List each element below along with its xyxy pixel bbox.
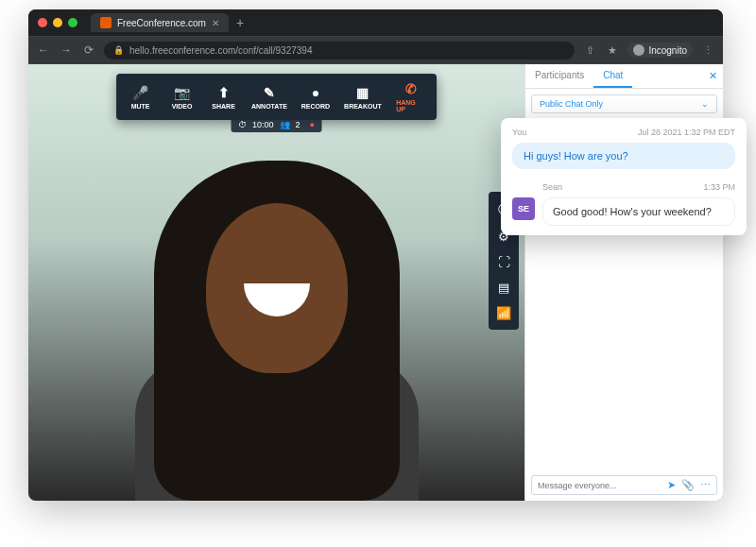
lock-icon: 🔒 [113,45,124,55]
annotate-button[interactable]: ✎ANNOTATE [245,77,295,116]
record-button[interactable]: ●RECORD [294,77,336,116]
grid-icon: ▦ [356,85,369,100]
video-label: VIDEO [172,103,193,110]
window-controls[interactable] [38,18,77,27]
share-label: SHARE [212,103,235,110]
close-panel-icon[interactable]: ✕ [709,70,717,82]
address-bar[interactable]: 🔒 hello.freeconference.com/conf/call/932… [104,42,575,60]
address-bar-row: ← → ⟳ 🔒 hello.freeconference.com/conf/ca… [28,36,723,64]
microphone-icon: 🎤 [132,85,148,100]
chat-preview-card: You Jul 28 2021 1:32 PM EDT Hi guys! How… [501,118,747,235]
tab-participants[interactable]: Participants [525,64,593,88]
tab-title: FreeConference.com [117,18,206,28]
hangup-button[interactable]: ✆HANG UP [388,77,433,116]
panel-tabs: Participants Chat ✕ [525,64,723,89]
share-button[interactable]: ⬆SHARE [203,77,245,116]
record-live-icon: ● [310,120,315,129]
mute-button[interactable]: 🎤MUTE [120,77,162,116]
titlebar: FreeConference.com ✕ + [28,9,723,36]
message-composer[interactable]: ➤ 📎 ⋯ [531,475,717,495]
phone-icon: ✆ [405,81,417,96]
wifi-icon[interactable]: 📶 [490,300,517,326]
other-sender-name: Sean [542,182,562,192]
share-screen-icon: ⬆ [218,85,230,100]
other-timestamp: 1:33 PM [703,182,735,192]
record-label: RECORD [301,103,330,110]
call-info-strip: ⏱ 10:00 👥 2 ● [231,117,322,132]
tab-chat[interactable]: Chat [593,64,632,88]
breakout-button[interactable]: ▦BREAKOUT [337,77,388,116]
timer-value: 10:00 [252,120,274,129]
browser-window: FreeConference.com ✕ + ← → ⟳ 🔒 hello.fre… [28,9,723,501]
filter-label: Public Chat Only [540,99,603,109]
layout-icon[interactable]: ▤ [490,275,517,300]
annotate-label: ANNOTATE [251,103,287,110]
participant-count: 2 [296,120,301,129]
camera-icon: 📷 [174,85,190,100]
record-icon: ● [312,85,319,100]
video-pane: 🎤MUTE 📷VIDEO ⬆SHARE ✎ANNOTATE ●RECORD ▦B… [28,64,524,501]
chat-filter-dropdown[interactable]: Public Chat Only ⌄ [531,94,717,113]
bookmark-icon[interactable]: ★ [605,44,620,57]
attach-icon[interactable]: 📎 [681,479,695,491]
forward-button[interactable]: → [59,43,74,57]
close-tab-icon[interactable]: ✕ [212,18,219,28]
people-icon: 👥 [280,120,290,129]
participant-video [107,123,447,501]
url-text: hello.freeconference.com/conf/call/93273… [129,45,312,56]
mute-label: MUTE [131,103,150,110]
avatar: SE [512,197,535,220]
breakout-label: BREAKOUT [344,103,382,110]
sender-you-label: You [512,128,526,137]
more-icon[interactable]: ⋯ [700,479,711,491]
new-tab-button[interactable]: + [236,15,244,30]
incognito-label: Incognito [648,45,687,56]
message-input[interactable] [538,481,662,490]
other-message-bubble: Good good! How's your weekend? [542,197,735,226]
video-button[interactable]: 📷VIDEO [162,77,203,116]
incognito-icon [633,44,644,56]
kebab-menu-icon[interactable]: ⋮ [700,44,715,57]
you-timestamp: Jul 28 2021 1:32 PM EDT [638,128,735,137]
chevron-down-icon: ⌄ [701,99,709,109]
reload-button[interactable]: ⟳ [81,43,96,57]
incognito-badge: Incognito [627,43,693,58]
my-message-bubble: Hi guys! How are you? [512,143,735,169]
hangup-label: HANG UP [396,99,425,112]
clock-icon: ⏱ [238,120,247,129]
back-button[interactable]: ← [36,43,51,57]
send-icon[interactable]: ➤ [667,479,676,491]
pencil-icon: ✎ [264,85,275,100]
call-toolbar: 🎤MUTE 📷VIDEO ⬆SHARE ✎ANNOTATE ●RECORD ▦B… [116,74,438,120]
minimize-window-icon[interactable] [53,18,62,27]
share-icon[interactable]: ⇧ [582,44,597,57]
favicon-icon [100,17,112,28]
close-window-icon[interactable] [38,18,47,27]
fullscreen-icon[interactable]: ⛶ [490,249,517,275]
maximize-window-icon[interactable] [68,18,77,27]
browser-tab[interactable]: FreeConference.com ✕ [91,13,229,32]
